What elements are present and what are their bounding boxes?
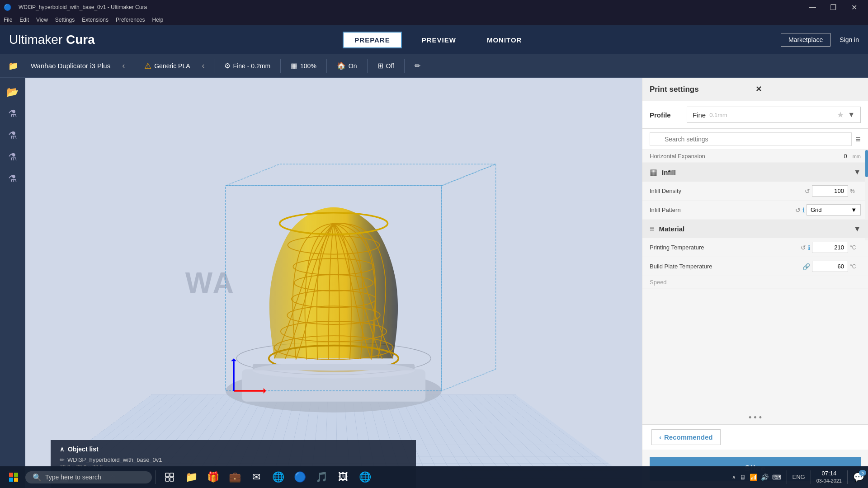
sidebar-open-file[interactable]: 📂 (4, 83, 22, 101)
settings-close-button[interactable]: ✕ (755, 84, 861, 94)
printing-temp-reset[interactable]: ↺ (801, 244, 806, 251)
printing-temp-input[interactable] (812, 242, 848, 253)
clock[interactable]: 07:14 03-04-2021 (816, 469, 842, 485)
supports-selector[interactable]: 🏠 On (332, 60, 362, 72)
printer-prev-arrow[interactable]: ‹ (118, 59, 128, 72)
pen-tool[interactable]: ✏ (410, 60, 425, 72)
menu-edit[interactable]: Edit (19, 17, 29, 23)
sidebar-tool-1[interactable]: ⚗ (4, 105, 22, 123)
infill-pattern-info[interactable]: ℹ (802, 206, 805, 214)
svg-rect-28 (170, 478, 174, 481)
menu-preferences[interactable]: Preferences (116, 17, 145, 23)
taskbar-explorer[interactable]: 📁 (181, 467, 201, 487)
tray-expand-icon[interactable]: ∧ (732, 474, 736, 480)
infill-pattern-reset[interactable]: ↺ (795, 206, 801, 214)
profile-dropdown-icon[interactable]: ▼ (848, 111, 855, 119)
tray-keyboard-icon[interactable]: ⌨ (772, 474, 781, 481)
pen-icon: ✏ (415, 61, 420, 70)
menu-file[interactable]: File (4, 17, 12, 23)
signin-button[interactable]: Sign in (840, 36, 859, 43)
menu-extensions[interactable]: Extensions (82, 17, 108, 23)
left-sidebar: 📂 ⚗ ⚗ ⚗ ⚗ ≡≡ (0, 78, 25, 488)
scrollbar-thumb[interactable] (865, 150, 868, 177)
svg-rect-26 (170, 473, 174, 477)
infill-collapse-icon[interactable]: ▼ (854, 168, 861, 176)
taskbar-photos[interactable]: 🖼 (333, 467, 353, 487)
quality-selector[interactable]: ⚙ Fine - 0.2mm (220, 60, 275, 72)
settings-scroll-area[interactable]: Horizontal Expansion 0 mm ▦ Infill ▼ Inf… (642, 150, 868, 411)
taskbar-search-box[interactable]: 🔍 Type here to search (25, 471, 152, 483)
tab-preview[interactable]: PREVIEW (411, 33, 467, 47)
tray-volume-icon[interactable]: 🔊 (761, 474, 769, 481)
taskbar-separator-3 (811, 470, 811, 484)
titlebar: 🔵 WDI3P_hyperboloid_with_base_0v1 - Ulti… (0, 0, 868, 14)
recommended-button[interactable]: ‹ Recommended (651, 429, 721, 445)
material-section-header[interactable]: ≡ Material ▼ (642, 220, 868, 238)
infill-selector[interactable]: ▦ 100% (286, 60, 321, 72)
taskbar-mail[interactable]: ✉ (246, 467, 266, 487)
profile-star-icon[interactable]: ★ (837, 110, 844, 120)
infill-section-label: Infill (662, 169, 849, 176)
object-list-label: Object list (68, 446, 99, 453)
menu-view[interactable]: View (36, 17, 48, 23)
chevron-up-icon[interactable]: ∧ (60, 446, 64, 453)
supports-icon: 🏠 (337, 61, 346, 70)
material-collapse-icon[interactable]: ▼ (854, 225, 861, 233)
notification-area[interactable]: 💬 5 (853, 472, 864, 483)
build-plate-temp-input[interactable] (812, 261, 848, 272)
settings-menu-icon[interactable]: ≡ (855, 134, 861, 145)
build-plate-temp-unit: °C (850, 263, 861, 270)
infill-pattern-dropdown[interactable]: Grid ▼ (807, 204, 861, 216)
infill-density-reset[interactable]: ↺ (805, 188, 810, 195)
taskbar-task-view[interactable] (160, 467, 179, 487)
infill-section-header[interactable]: ▦ Infill ▼ (642, 163, 868, 182)
taskbar-browser-2[interactable]: 🌐 (355, 467, 375, 487)
settings-search-input[interactable] (650, 132, 852, 146)
infill-pattern-value: Grid (811, 206, 822, 213)
taskbar-gift[interactable]: 🎁 (203, 467, 223, 487)
minimize-button[interactable]: — (802, 0, 823, 14)
infill-icon: ▦ (291, 61, 297, 70)
infill-density-input[interactable] (812, 185, 848, 197)
sidebar-tool-4[interactable]: ⚗ (4, 170, 22, 188)
tray-monitor-icon[interactable]: 🖥 (740, 474, 746, 481)
printer-folder-icon[interactable]: 📁 (4, 59, 23, 73)
notification-badge: 5 (859, 470, 866, 476)
profile-selector[interactable]: Fine 0.1mm ★ ▼ (687, 107, 861, 123)
taskbar-separator-1 (156, 470, 156, 484)
infill-density-unit: % (850, 188, 861, 194)
taskbar-music[interactable]: 🎵 (311, 467, 331, 487)
taskbar-store[interactable]: 💼 (225, 467, 245, 487)
material-selector[interactable]: ⚠ Generic PLA (140, 59, 194, 73)
adhesion-selector[interactable]: ⊞ Off (373, 60, 399, 72)
material-prev-arrow[interactable]: ‹ (198, 59, 208, 72)
tray-wifi-icon[interactable]: 📶 (750, 474, 757, 481)
sidebar-tool-3[interactable]: ⚗ (4, 148, 22, 166)
close-button[interactable]: ✕ (844, 0, 864, 14)
clock-date: 03-04-2021 (816, 478, 842, 484)
toolbar-separator-3 (280, 59, 281, 73)
supports-value: On (349, 62, 357, 70)
3d-viewport[interactable]: WA (25, 78, 642, 488)
pen-edit-icon[interactable]: ✏ (60, 456, 65, 463)
build-plate-link-icon[interactable]: 🔗 (802, 263, 810, 270)
taskbar: 🔍 Type here to search 📁 🎁 💼 ✉ 🌐 🔵 🎵 🖼 🌐 … (0, 466, 868, 488)
taskbar-edge[interactable]: 🌐 (268, 467, 288, 487)
marketplace-button[interactable]: Marketplace (781, 33, 830, 47)
menu-help[interactable]: Help (152, 17, 164, 23)
printer-selector[interactable]: Wanhao Duplicator i3 Plus (26, 60, 115, 71)
profile-sub: 0.1mm (709, 112, 727, 118)
horizontal-expansion-unit: mm (853, 154, 861, 159)
sidebar-tool-2[interactable]: ⚗ (4, 127, 22, 145)
menu-settings[interactable]: Settings (55, 17, 75, 23)
taskbar-separator-2 (787, 470, 787, 484)
start-button[interactable] (4, 467, 24, 487)
tab-prepare[interactable]: PREPARE (343, 32, 401, 48)
maximize-button[interactable]: ❐ (823, 0, 844, 14)
window-title: WDI3P_hyperboloid_with_base_0v1 - Ultima… (15, 4, 802, 10)
taskbar-chrome[interactable]: 🔵 (290, 467, 310, 487)
printing-temp-info[interactable]: ℹ (808, 244, 810, 251)
object-filename: WDI3P_hyperboloid_with_base_0v1 (67, 456, 162, 463)
language-indicator[interactable]: ENG (793, 474, 805, 480)
tab-monitor[interactable]: MONITOR (476, 33, 533, 47)
